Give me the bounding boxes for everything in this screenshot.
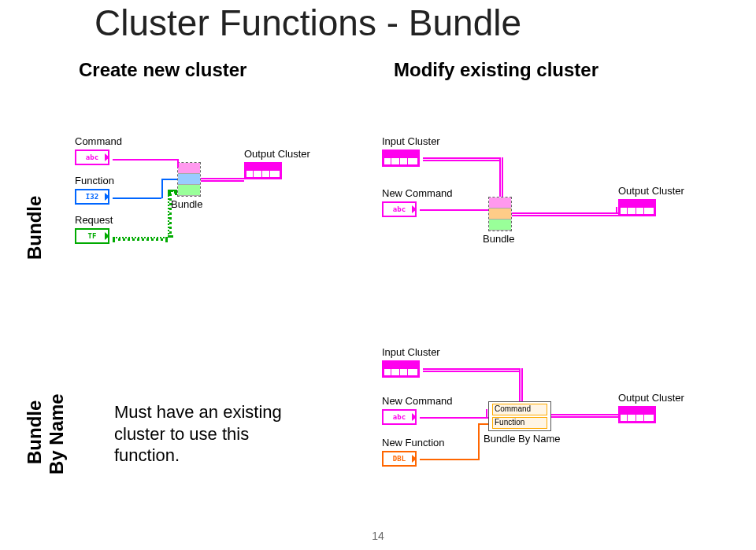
side-label-bundle: Bundle bbox=[24, 196, 46, 260]
wire bbox=[423, 368, 520, 372]
diagram-area: Command abc Function I32 Request TF Bund… bbox=[67, 118, 736, 527]
terminal-text: DBL bbox=[393, 455, 406, 463]
label-output-cluster-3: Output Cluster bbox=[618, 392, 684, 404]
label-command: Command bbox=[75, 135, 122, 147]
wire bbox=[113, 159, 177, 161]
wire bbox=[616, 207, 620, 214]
terminal-text: I32 bbox=[86, 193, 98, 201]
terminal-request: TF bbox=[75, 228, 109, 244]
wire bbox=[161, 179, 163, 198]
subhead-create: Create new cluster bbox=[79, 59, 246, 81]
label-function: Function bbox=[75, 175, 114, 186]
bundle-by-name-node: Command Function bbox=[488, 401, 551, 431]
output-cluster-3 bbox=[618, 406, 656, 423]
wire bbox=[177, 159, 179, 168]
wire bbox=[423, 157, 500, 161]
input-cluster-2 bbox=[382, 360, 420, 378]
wire bbox=[161, 179, 177, 180]
wire bbox=[420, 417, 488, 419]
bundle-node-create bbox=[177, 162, 201, 197]
label-bundle-1: Bundle bbox=[171, 198, 202, 210]
wire bbox=[168, 190, 172, 238]
bbn-row-function: Function bbox=[492, 417, 547, 429]
label-new-function-2: New Function bbox=[382, 437, 444, 448]
wire bbox=[512, 212, 618, 216]
terminal-new-command-1: abc bbox=[382, 201, 417, 217]
bundle-row-abc bbox=[178, 163, 200, 174]
wire bbox=[478, 423, 480, 460]
output-cluster-2 bbox=[618, 199, 656, 216]
bundle-row-tf bbox=[178, 185, 200, 196]
label-input-cluster-1: Input Cluster bbox=[382, 135, 440, 147]
label-bundle-by-name: Bundle By Name bbox=[484, 433, 561, 445]
terminal-text: abc bbox=[393, 205, 406, 213]
output-cluster-1 bbox=[244, 162, 282, 179]
label-output-cluster-1: Output Cluster bbox=[244, 148, 310, 160]
terminal-new-function-2: DBL bbox=[382, 451, 417, 467]
terminal-command: abc bbox=[75, 149, 109, 165]
label-bundle-2: Bundle bbox=[483, 233, 514, 245]
label-output-cluster-2: Output Cluster bbox=[618, 185, 684, 197]
bundle-row-tf bbox=[489, 220, 511, 231]
wire bbox=[499, 157, 503, 197]
wire bbox=[551, 414, 618, 418]
label-new-command-2: New Command bbox=[382, 395, 453, 407]
wire bbox=[113, 197, 161, 199]
page-number: 14 bbox=[372, 530, 384, 542]
side-label-byname-2: By Name bbox=[46, 393, 68, 474]
wire bbox=[486, 409, 487, 418]
terminal-text: abc bbox=[393, 413, 406, 421]
subhead-modify: Modify existing cluster bbox=[394, 59, 598, 81]
wire bbox=[420, 209, 488, 211]
page-title: Cluster Functions - Bundle bbox=[94, 2, 521, 44]
wire bbox=[201, 178, 244, 182]
bundle-node-modify bbox=[488, 197, 512, 231]
wire bbox=[420, 459, 479, 460]
wire bbox=[168, 190, 177, 194]
wire bbox=[519, 368, 523, 401]
terminal-text: TF bbox=[88, 232, 97, 240]
bbn-row-command: Command bbox=[492, 404, 547, 415]
bundle-row-i32 bbox=[178, 174, 200, 185]
wire bbox=[478, 423, 488, 425]
terminal-text: abc bbox=[86, 153, 98, 161]
terminal-function: I32 bbox=[75, 189, 109, 205]
bundle-row-dbl bbox=[489, 209, 511, 220]
side-label-byname-1: Bundle bbox=[24, 401, 46, 464]
label-request: Request bbox=[75, 214, 113, 226]
bundle-row-abc bbox=[489, 197, 511, 209]
terminal-new-command-2: abc bbox=[382, 409, 417, 425]
wire bbox=[113, 237, 168, 241]
label-input-cluster-2: Input Cluster bbox=[382, 346, 440, 358]
input-cluster-1 bbox=[382, 149, 420, 167]
label-new-command-1: New Command bbox=[382, 187, 453, 199]
